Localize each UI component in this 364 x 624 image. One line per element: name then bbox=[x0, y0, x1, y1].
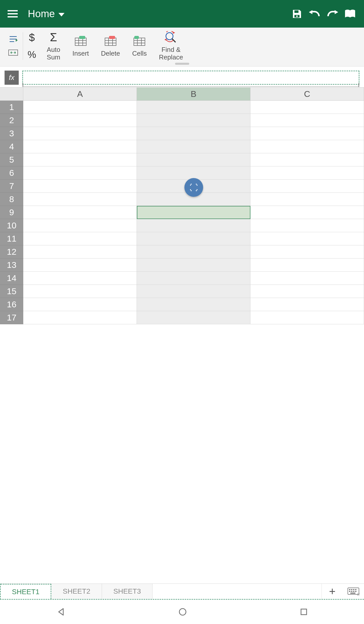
ribbon-tab-dropdown[interactable]: Home bbox=[28, 8, 65, 19]
row-header[interactable]: 11 bbox=[0, 232, 23, 245]
row-header[interactable]: 9 bbox=[0, 206, 23, 219]
cell[interactable] bbox=[23, 206, 137, 219]
selection-handle[interactable] bbox=[184, 178, 203, 197]
select-all-corner[interactable] bbox=[0, 88, 23, 101]
column-header[interactable]: B bbox=[137, 88, 250, 101]
cell[interactable] bbox=[250, 298, 364, 311]
row-header[interactable]: 2 bbox=[0, 114, 23, 127]
cell[interactable] bbox=[137, 232, 250, 245]
row-header[interactable]: 12 bbox=[0, 245, 23, 259]
find-replace-button[interactable]: Find &Replace bbox=[153, 31, 189, 61]
cell[interactable] bbox=[23, 193, 137, 206]
cell[interactable] bbox=[23, 101, 137, 114]
row-header[interactable]: 17 bbox=[0, 311, 23, 324]
recents-button[interactable] bbox=[300, 608, 308, 616]
cell[interactable] bbox=[23, 245, 137, 259]
row-header[interactable]: 16 bbox=[0, 298, 23, 311]
currency-format-button[interactable]: $ bbox=[29, 32, 35, 44]
add-sheet-button[interactable]: + bbox=[322, 584, 343, 599]
cell[interactable] bbox=[137, 114, 250, 127]
fx-button[interactable]: fx bbox=[5, 71, 19, 85]
row-header[interactable]: 8 bbox=[0, 193, 23, 206]
cells-button[interactable]: Cells bbox=[126, 35, 153, 57]
grid-row: 2 bbox=[0, 114, 364, 127]
sheet-tab[interactable]: SHEET2 bbox=[51, 584, 102, 599]
cell[interactable] bbox=[250, 180, 364, 193]
column-header[interactable]: C bbox=[250, 88, 364, 101]
home-button[interactable] bbox=[178, 608, 187, 616]
cell[interactable] bbox=[250, 101, 364, 114]
cell[interactable] bbox=[250, 127, 364, 140]
row-header[interactable]: 13 bbox=[0, 259, 23, 272]
row-header[interactable]: 6 bbox=[0, 166, 23, 180]
cell[interactable] bbox=[250, 285, 364, 298]
cell[interactable] bbox=[23, 219, 137, 232]
cell[interactable] bbox=[23, 114, 137, 127]
row-header[interactable]: 15 bbox=[0, 285, 23, 298]
read-mode-button[interactable] bbox=[341, 9, 359, 18]
cell[interactable] bbox=[23, 180, 137, 193]
cell[interactable] bbox=[137, 166, 250, 180]
cell[interactable] bbox=[137, 272, 250, 285]
cell[interactable] bbox=[137, 311, 250, 324]
keyboard-toggle-button[interactable]: 123 bbox=[343, 584, 364, 599]
sheet-tab[interactable]: SHEET1 bbox=[1, 584, 51, 599]
row-header[interactable]: 5 bbox=[0, 153, 23, 166]
sheet-tab[interactable]: SHEET3 bbox=[102, 584, 153, 599]
cell[interactable] bbox=[23, 285, 137, 298]
cell[interactable] bbox=[250, 232, 364, 245]
cell[interactable] bbox=[23, 153, 137, 166]
cell[interactable] bbox=[137, 153, 250, 166]
cell[interactable] bbox=[137, 206, 250, 219]
cell[interactable] bbox=[23, 166, 137, 180]
column-header[interactable]: A bbox=[23, 88, 137, 101]
merge-cells-button[interactable] bbox=[8, 49, 18, 56]
delete-button[interactable]: Delete bbox=[95, 35, 126, 57]
ribbon-drag-handle[interactable] bbox=[175, 63, 189, 65]
cell[interactable] bbox=[250, 206, 364, 219]
formula-input[interactable] bbox=[22, 71, 359, 85]
insert-button[interactable]: Insert bbox=[66, 35, 95, 57]
cell[interactable] bbox=[137, 219, 250, 232]
cell[interactable] bbox=[137, 259, 250, 272]
row-header[interactable]: 4 bbox=[0, 140, 23, 153]
cell[interactable] bbox=[250, 193, 364, 206]
save-button[interactable] bbox=[288, 9, 306, 19]
cell[interactable] bbox=[137, 140, 250, 153]
cell[interactable] bbox=[137, 127, 250, 140]
row-header[interactable]: 3 bbox=[0, 127, 23, 140]
cell[interactable] bbox=[23, 311, 137, 324]
cell[interactable] bbox=[250, 245, 364, 259]
cell[interactable] bbox=[250, 140, 364, 153]
cell[interactable] bbox=[250, 259, 364, 272]
cell[interactable] bbox=[250, 311, 364, 324]
cell[interactable] bbox=[250, 166, 364, 180]
menu-button[interactable] bbox=[5, 10, 20, 18]
cell[interactable] bbox=[250, 272, 364, 285]
cell[interactable] bbox=[137, 285, 250, 298]
grid-row: 11 bbox=[0, 232, 364, 245]
undo-button[interactable] bbox=[306, 10, 324, 18]
decrease-indent-button[interactable] bbox=[8, 36, 18, 43]
cell[interactable] bbox=[137, 101, 250, 114]
cell[interactable] bbox=[23, 140, 137, 153]
cell[interactable] bbox=[23, 127, 137, 140]
row-header[interactable]: 10 bbox=[0, 219, 23, 232]
cell[interactable] bbox=[250, 153, 364, 166]
cell[interactable] bbox=[137, 245, 250, 259]
cell[interactable] bbox=[250, 219, 364, 232]
cell[interactable] bbox=[23, 232, 137, 245]
percent-format-button[interactable]: % bbox=[28, 49, 36, 60]
formula-bar: fx bbox=[0, 67, 364, 87]
cell[interactable] bbox=[23, 272, 137, 285]
cell[interactable] bbox=[137, 298, 250, 311]
row-header[interactable]: 1 bbox=[0, 101, 23, 114]
cell[interactable] bbox=[23, 259, 137, 272]
row-header[interactable]: 14 bbox=[0, 272, 23, 285]
autosum-button[interactable]: Σ AutoSum bbox=[41, 31, 67, 61]
redo-button[interactable] bbox=[324, 10, 341, 18]
back-button[interactable] bbox=[57, 608, 65, 616]
row-header[interactable]: 7 bbox=[0, 180, 23, 193]
cell[interactable] bbox=[250, 114, 364, 127]
cell[interactable] bbox=[23, 298, 137, 311]
